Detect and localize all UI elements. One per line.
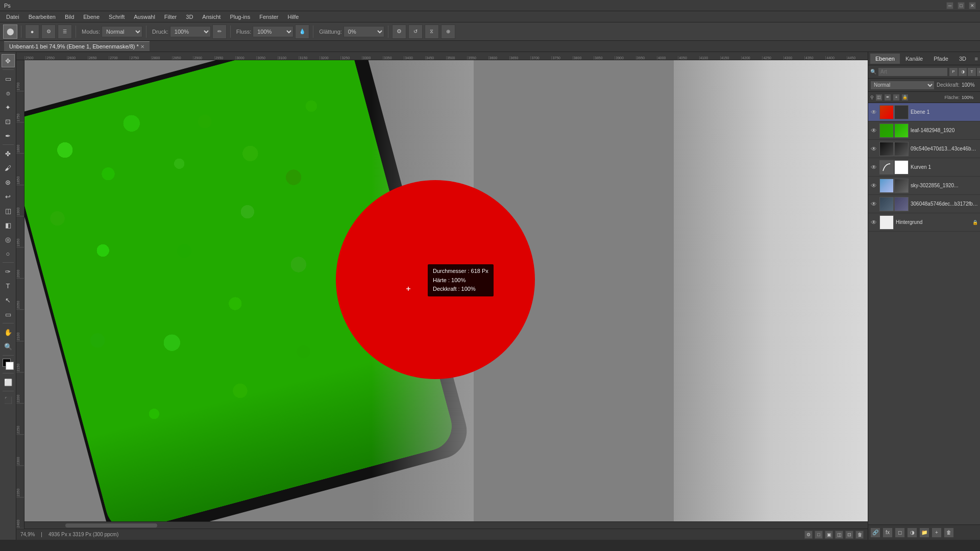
tab-kanaele[interactable]: Kanäle xyxy=(900,54,928,64)
history-tool[interactable]: ↩ xyxy=(2,190,15,203)
settings-icon[interactable]: ⚙ xyxy=(392,24,406,39)
shape-tool[interactable]: ▭ xyxy=(2,308,15,321)
menu-schrift[interactable]: Schrift xyxy=(105,13,129,21)
close-button[interactable]: ✕ xyxy=(969,2,976,9)
menu-datei[interactable]: Datei xyxy=(2,13,23,21)
clone-tool[interactable]: ⊛ xyxy=(2,176,15,189)
screen-mode-btn[interactable]: ⬛ xyxy=(2,393,15,407)
menu-auswahl[interactable]: Auswahl xyxy=(130,13,159,21)
link-layers-btn[interactable]: 🔗 xyxy=(870,528,880,538)
spot-heal-tool[interactable]: ✤ xyxy=(2,147,15,160)
status-tool3[interactable]: ▣ xyxy=(825,531,833,539)
layer-item-sky[interactable]: 👁 sky-3022856_1920... xyxy=(868,177,980,195)
horizontal-scrollbar[interactable] xyxy=(24,521,868,529)
layer-search-input[interactable] xyxy=(878,67,948,77)
add-adjustment-btn[interactable]: ◑ xyxy=(907,528,917,538)
layer-item-kurven[interactable]: 👁 Kurven 1 xyxy=(868,158,980,177)
status-tool6[interactable]: 🗑 xyxy=(855,531,864,539)
path-select-tool[interactable]: ↖ xyxy=(2,293,15,307)
menu-filter[interactable]: Filter xyxy=(160,13,181,21)
glaettung-dropdown[interactable]: 0% xyxy=(344,26,384,37)
layer-item-dark[interactable]: 👁 09c540e470d13...43ce46bd18f3f2 xyxy=(868,140,980,158)
add-layer-btn[interactable]: + xyxy=(932,528,942,538)
lock-all-btn[interactable]: 🔒 xyxy=(901,94,909,101)
tab-ebenen[interactable]: Ebenen xyxy=(870,54,900,64)
canvas-area[interactable]: Durchmesser : 618 Px Härte : 100% Deckkr… xyxy=(24,60,868,529)
minimize-button[interactable]: ─ xyxy=(946,2,953,9)
lock-paint-btn[interactable]: ✒ xyxy=(884,94,891,101)
menu-ebene[interactable]: Ebene xyxy=(79,13,104,21)
maximize-button[interactable]: □ xyxy=(958,2,965,9)
brush-options-icon[interactable]: ☰ xyxy=(58,24,72,39)
quick-mask-btn[interactable]: ⬜ xyxy=(2,375,15,389)
eyedropper-tool[interactable]: ✒ xyxy=(2,129,15,142)
crop-tool[interactable]: ⊡ xyxy=(2,115,15,128)
menu-ansicht[interactable]: Ansicht xyxy=(198,13,225,21)
layer-item-leaf[interactable]: 👁 leaf-1482948_1920 xyxy=(868,121,980,140)
symmetry-icon[interactable]: ⧖ xyxy=(425,24,439,39)
close-document-icon[interactable]: ✕ xyxy=(140,44,144,49)
brush-preset-icon[interactable]: ● xyxy=(25,24,39,39)
menu-3d[interactable]: 3D xyxy=(182,13,197,21)
delete-layer-btn[interactable]: 🗑 xyxy=(944,528,954,538)
layer-item-misc[interactable]: 👁 306048a5746dec...b3172fb3a6c08 xyxy=(868,195,980,213)
brush-settings-icon[interactable]: ⚙ xyxy=(41,24,56,39)
layer-visibility-toggle[interactable]: 👁 xyxy=(870,164,877,171)
document-tab[interactable]: Unbenant-1 bei 74,9% (Ebene 1, Ebenenmas… xyxy=(4,41,150,51)
status-tool5[interactable]: ⊡ xyxy=(845,531,853,539)
pen-tool[interactable]: ✑ xyxy=(2,265,15,278)
filter-text-icon[interactable]: T xyxy=(968,68,976,76)
add-mask-btn[interactable]: ◻ xyxy=(895,528,905,538)
gradient-tool[interactable]: ◧ xyxy=(2,218,15,232)
quick-select-tool[interactable]: ✦ xyxy=(2,101,15,114)
tab-pfade[interactable]: Pfade xyxy=(928,54,953,64)
dodge-tool[interactable]: ○ xyxy=(2,247,15,260)
layer-visibility-toggle[interactable]: 👁 xyxy=(870,182,877,189)
layer-item-bg[interactable]: 👁 Hintergrund 🔒 xyxy=(868,213,980,232)
zoom-tool[interactable]: 🔍 xyxy=(2,340,15,353)
layer-visibility-toggle[interactable]: 👁 xyxy=(870,219,877,226)
extra-icon[interactable]: ⊕ xyxy=(441,24,455,39)
layer-item-ebene1[interactable]: 👁 Ebene 1 xyxy=(868,103,980,121)
marquee-tool[interactable]: ▭ xyxy=(2,72,15,85)
menu-bild[interactable]: Bild xyxy=(61,13,78,21)
fluss-dropdown[interactable]: 100% xyxy=(253,26,293,37)
menu-fenster[interactable]: Fenster xyxy=(255,13,282,21)
filter-adj-icon[interactable]: ◑ xyxy=(959,68,967,76)
lock-transparent-btn[interactable]: ◫ xyxy=(875,94,883,101)
mode-dropdown[interactable]: Normal xyxy=(102,26,142,37)
move-tool[interactable]: ✥ xyxy=(2,54,15,67)
filter-pixel-icon[interactable]: P xyxy=(949,68,958,76)
menu-bearbeiten[interactable]: Bearbeiten xyxy=(24,13,60,21)
menu-hilfe[interactable]: Hilfe xyxy=(283,13,303,21)
layer-visibility-toggle[interactable]: 👁 xyxy=(870,109,877,116)
fluss-icon[interactable]: 💧 xyxy=(295,24,309,39)
add-style-btn[interactable]: fx xyxy=(883,528,893,538)
eraser-tool[interactable]: ◫ xyxy=(2,204,15,217)
color-swatch-fg[interactable] xyxy=(3,359,14,370)
druck-dropdown[interactable]: 100% xyxy=(170,26,211,37)
layer-visibility-toggle[interactable]: 👁 xyxy=(870,127,877,134)
lasso-tool[interactable]: ⌾ xyxy=(2,86,15,99)
layer-visibility-toggle[interactable]: 👁 xyxy=(870,201,877,208)
scrollbar-thumb-h[interactable] xyxy=(65,523,157,528)
status-tool1[interactable]: ⚙ xyxy=(804,531,813,539)
filter-shape-icon[interactable]: ▭ xyxy=(977,68,980,76)
text-tool[interactable]: T xyxy=(2,279,15,292)
druck-icon[interactable]: ✏ xyxy=(212,24,227,39)
status-tool4[interactable]: ◫ xyxy=(835,531,843,539)
blend-mode-dropdown[interactable]: Normal xyxy=(870,81,935,90)
lock-pos-btn[interactable]: + xyxy=(893,94,900,101)
angle-icon[interactable]: ↺ xyxy=(408,24,423,39)
add-group-btn[interactable]: 📁 xyxy=(919,528,929,538)
hand-tool[interactable]: ✋ xyxy=(2,325,15,339)
layer-visibility-toggle[interactable]: 👁 xyxy=(870,145,877,153)
brush-tool[interactable]: 🖌 xyxy=(2,161,15,174)
menu-plugins[interactable]: Plug-ins xyxy=(226,13,254,21)
ruler-tick: 3950 xyxy=(636,56,657,60)
blur-tool[interactable]: ◎ xyxy=(2,233,15,246)
panel-collapse-icon[interactable]: ≡ xyxy=(975,56,978,62)
tab-3d[interactable]: 3D xyxy=(954,54,971,64)
status-tool2[interactable]: □ xyxy=(815,531,823,539)
brush-tool-icon[interactable]: ⬤ xyxy=(3,24,17,39)
